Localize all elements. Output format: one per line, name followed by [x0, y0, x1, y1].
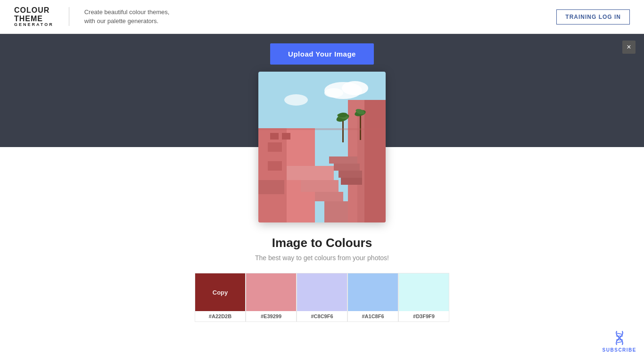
uploaded-image	[258, 72, 386, 222]
svg-rect-25	[360, 114, 361, 140]
svg-rect-11	[301, 180, 339, 192]
svg-rect-30	[258, 128, 386, 130]
image-to-colours-title: Image to Colours	[272, 236, 372, 250]
logo-divider	[69, 7, 69, 26]
color-swatch[interactable]: Copy#A22D2B	[195, 273, 246, 322]
subscribe-label: SUBSCRIBE	[603, 347, 636, 353]
svg-rect-17	[329, 156, 357, 164]
svg-rect-12	[315, 192, 343, 201]
logo-block: COLOUR THEME GENERATOR	[14, 6, 54, 27]
svg-point-3	[324, 88, 343, 98]
svg-point-4	[284, 94, 308, 106]
image-to-colours-subtitle: The best way to get colours from your ph…	[255, 254, 389, 262]
header-left: COLOUR THEME GENERATOR Create beautiful …	[14, 6, 169, 27]
swatches-row: Copy#A22D2B#E39299#C8C9F6#A1C8F6#D3F9F9	[195, 273, 449, 322]
image-section	[258, 72, 386, 222]
svg-rect-20	[341, 178, 362, 185]
svg-rect-29	[282, 133, 290, 140]
tagline-line2: with our palette generators.	[84, 16, 170, 26]
svg-line-34	[617, 342, 622, 343]
svg-point-2	[342, 81, 368, 95]
svg-rect-8	[268, 161, 282, 171]
svg-rect-10	[287, 166, 334, 180]
svg-rect-16	[364, 100, 386, 222]
svg-rect-18	[334, 164, 360, 171]
svg-rect-21	[342, 119, 344, 142]
dna-icon	[611, 329, 628, 346]
svg-rect-7	[268, 142, 282, 152]
color-swatch[interactable]: #E39299	[246, 273, 297, 322]
swatch-hex-label: #E39299	[261, 311, 281, 321]
close-banner-button[interactable]: ×	[622, 41, 636, 54]
text-section: Image to Colours The best way to get col…	[255, 236, 389, 262]
swatch-hex-label: #D3F9F9	[413, 311, 435, 321]
svg-rect-13	[324, 201, 348, 222]
training-login-button[interactable]: TRAINING LOG IN	[556, 9, 630, 25]
uploaded-image-container	[258, 72, 386, 222]
logo-line3: GENERATOR	[14, 23, 54, 27]
swatch-copy-label: Copy	[195, 273, 245, 311]
swatch-hex-label: #A22D2B	[209, 311, 231, 321]
svg-rect-19	[339, 171, 362, 178]
logo-line2: THEME	[14, 15, 54, 23]
logo-line1: COLOUR	[14, 6, 54, 15]
svg-line-31	[617, 333, 622, 334]
swatch-color-block	[246, 273, 296, 311]
header: COLOUR THEME GENERATOR Create beautiful …	[0, 0, 644, 34]
header-tagline: Create beautiful colour themes, with our…	[84, 8, 170, 26]
color-swatch[interactable]: #D3F9F9	[398, 273, 449, 322]
svg-rect-9	[258, 180, 284, 194]
tagline-line1: Create beautiful colour themes,	[84, 8, 170, 17]
svg-rect-28	[270, 133, 279, 140]
upload-image-button[interactable]: Upload Your Image	[270, 43, 374, 65]
color-swatch[interactable]: #C8C9F6	[297, 273, 347, 322]
swatch-color-block	[399, 273, 449, 311]
swatch-color-block	[348, 273, 398, 311]
swatch-hex-label: #A1C8F6	[362, 311, 384, 321]
color-swatch[interactable]: #A1C8F6	[347, 273, 398, 322]
swatch-hex-label: #C8C9F6	[311, 311, 333, 321]
swatch-color-block	[297, 273, 347, 311]
subscribe-area[interactable]: SUBSCRIBE	[603, 329, 636, 353]
